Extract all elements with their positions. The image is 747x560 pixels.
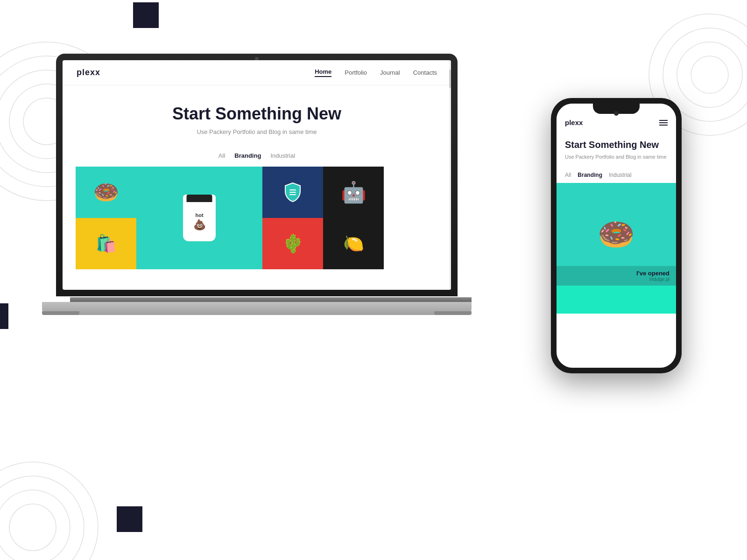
svg-point-8 [9,504,56,551]
nav-link-contacts[interactable]: Contacts [413,69,437,76]
cup-lid [187,195,212,202]
filter-industrial[interactable]: Industrial [270,152,295,159]
phone-hero-title: Start Something New [565,139,668,151]
circles-left-bottom [0,457,103,560]
food2-emoji: 🍋 [343,234,364,253]
grid-cell-shield [262,167,323,218]
hamburger-menu[interactable] [659,120,668,126]
phone-hero: Start Something New Use Packery Portfoli… [557,132,676,167]
phone-filter-tabs: All Branding Industrial [557,167,676,183]
laptop-foot-right [434,311,472,315]
laptop-hero-title: Start Something New [77,104,437,124]
phone-card-overlay: I've opened Indulge.pl [557,266,676,286]
phone-camera [614,111,619,116]
hotcup-cup: hot 💩 [183,195,216,241]
filter-branding[interactable]: Branding [234,152,261,159]
laptop-hero: Start Something New Use Packery Portfoli… [63,85,451,145]
nav-link-home[interactable]: Home [315,68,331,77]
laptop-filter-tabs: All Branding Industrial [63,145,451,167]
phone-filter-all[interactable]: All [565,172,571,178]
laptop-logo: plexx [77,68,100,77]
phone: plexx Start Something New Use Packery Po… [551,98,696,387]
laptop-outer: plexx Home Portfolio Journal Contacts St… [56,54,458,315]
hotcup-content: hot 💩 [183,195,216,241]
cactus-emoji: 🌵 [282,233,304,254]
bg-square-left [0,303,8,329]
svg-rect-13 [289,189,296,190]
cup-text: hot [195,212,203,218]
laptop-base [42,302,472,315]
phone-bezel: plexx Start Something New Use Packery Po… [551,98,682,373]
grid-cell-food2: 🍋 [323,218,384,269]
svg-point-6 [0,476,84,560]
laptop-screen: plexx Home Portfolio Journal Contacts St… [63,60,451,290]
nav-link-journal[interactable]: Journal [380,69,400,76]
scroll-thumb [449,70,451,88]
svg-point-12 [691,56,728,93]
phone-portfolio-card: 🍩 I've opened Indulge.pl [557,183,676,286]
scroll-indicator [449,60,451,290]
grid-cell-donut: 🍩 [76,167,136,218]
foodbag-emoji: 🛍️ [96,234,117,253]
hamburger-line-3 [659,125,668,126]
svg-rect-14 [289,192,296,193]
laptop-nav-links: Home Portfolio Journal Contacts [315,68,437,77]
phone-card-subtitle: Indulge.pl [563,277,669,282]
shield-icon [283,182,302,203]
svg-point-11 [677,42,742,107]
robot-emoji: 🤖 [341,180,366,204]
grid-cell-robot: 🤖 [323,167,384,218]
donut-emoji: 🍩 [93,180,119,204]
svg-rect-15 [289,194,296,195]
phone-filter-branding[interactable]: Branding [578,172,602,178]
phone-bottom-teal [557,286,676,314]
bg-square-top [133,2,159,28]
phone-hero-subtitle: Use Packery Portfolio and Blog in same t… [565,154,668,161]
grid-cell-foodbag: 🛍️ [76,218,136,269]
grid-cell-cactus: 🌵 [262,218,323,269]
laptop-hero-subtitle: Use Packery Portfolio and Blog in same t… [77,128,437,135]
phone-filter-industrial[interactable]: Industrial [609,172,632,178]
grid-cell-hotcup: hot 💩 [136,167,262,269]
laptop-bezel: plexx Home Portfolio Journal Contacts St… [56,54,458,296]
phone-logo: plexx [565,119,583,126]
nav-link-portfolio[interactable]: Portfolio [345,69,367,76]
laptop-nav: plexx Home Portfolio Journal Contacts [63,60,451,85]
phone-donut-emoji: 🍩 [598,217,635,252]
cup-steam: 💩 [193,219,206,231]
bg-square-bottom [117,506,142,532]
phone-notch [593,104,640,114]
svg-point-7 [0,490,70,560]
portfolio-grid: 🍩 hot 💩 [76,167,438,269]
phone-card-title: I've opened [563,270,669,277]
filter-all[interactable]: All [218,152,225,159]
hamburger-line-2 [659,122,668,123]
laptop-foot-left [42,311,79,315]
laptop: plexx Home Portfolio Journal Contacts St… [56,54,476,343]
hamburger-line-1 [659,120,668,121]
laptop-hinge [70,297,472,302]
phone-screen: plexx Start Something New Use Packery Po… [557,104,676,368]
